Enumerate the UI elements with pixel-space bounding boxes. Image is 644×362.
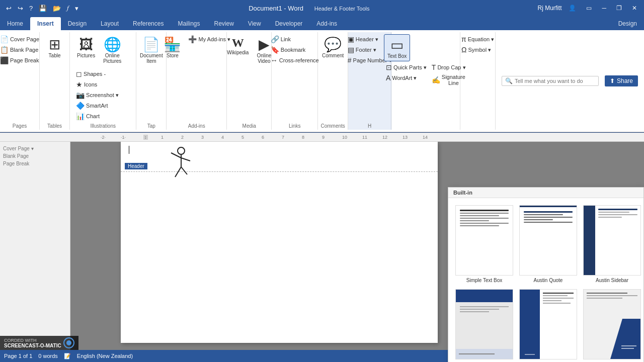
formula-button[interactable]: 𝑓 [65,3,71,13]
close-button[interactable]: ✕ [629,4,640,13]
account-icon[interactable]: 👤 [566,4,579,13]
wordart-button[interactable]: A WordArt ▾ [384,73,429,83]
page-info: Page 1 of 1 [4,353,32,359]
page-break-label: Page Break [3,161,29,166]
table-button[interactable]: ⊞ Table [46,34,64,60]
group-links-label: Links [289,123,300,130]
online-pictures-button[interactable]: 🌐 OnlinePictures [100,34,124,66]
redo-button[interactable]: ↪ [16,4,25,13]
pages-buttons: 📄 Cover Page 📋 Blank Page ⬛ Page Break [0,34,41,65]
icons-icon: ★ [76,80,83,88]
user-name: Rj Murfitt [537,5,561,12]
symbol-button[interactable]: Ω Symbol ▾ [459,45,496,55]
minimize-button[interactable]: ─ [599,4,609,13]
smartart-button[interactable]: 🔷 SmartArt [74,101,121,111]
chart-icon: 📊 [76,112,85,120]
ribbon: Home Insert Design Layout References Mai… [0,16,644,133]
group-illustrations-label: Illustrations [90,123,116,130]
tab-design[interactable]: Design [61,17,94,30]
share-button[interactable]: ⬆ Share [605,75,638,86]
drop-cap-icon: T [432,63,436,71]
group-pages-label: Pages [13,123,27,130]
app-title: Document1 - Word Header & Footer Tools [249,5,369,12]
store-button[interactable]: 🏪 Store [160,34,184,60]
icons-button[interactable]: ★ Icons [74,79,121,89]
equation-icon: π [461,35,466,43]
store-icon: 🏪 [164,36,181,53]
text-box-dropdown: Built-in Simple Text Box [448,187,644,362]
search-box[interactable]: 🔍 [502,76,599,86]
group-add-ins-label: Add-ins [188,123,205,130]
blank-page-button[interactable]: 📋 Blank Page [0,45,41,55]
tab-insert[interactable]: Insert [30,17,61,30]
restore-button[interactable]: ❐ [613,4,625,13]
header-label: Header [125,163,147,169]
tab-developer[interactable]: Developer [268,17,310,30]
word-count: 0 words [38,353,58,359]
title-bar: ↩ ↪ ? 💾 📂 𝑓 ▾ Document1 - Word Header & … [0,0,644,16]
save-button[interactable]: 💾 [37,4,49,13]
help-button[interactable]: ? [27,4,35,13]
watermark-content: CORDED WITH SCREENCAST-O-MATIC [4,337,74,348]
screencast-logo [63,337,74,348]
shapes-icon: ◻ [76,70,82,78]
banded-quote-option[interactable]: Banded Quote [452,286,516,362]
search-input[interactable] [515,78,595,84]
facet-quote-preview [583,289,641,359]
banded-sidebar-option[interactable]: Banded Sidebar [516,286,580,362]
tab-review[interactable]: Review [207,17,240,30]
comment-button[interactable]: 💬 Comment [319,34,347,60]
austin-quote-preview [519,205,577,276]
cross-reference-button[interactable]: ↔ Cross-reference [269,55,321,65]
simple-text-box-label: Simple Text Box [466,278,503,283]
austin-sidebar-preview [583,205,641,276]
chart-button[interactable]: 📊 Chart [74,111,121,121]
simple-text-box-option[interactable]: Simple Text Box [452,202,516,286]
pictures-button[interactable]: 🖼 Pictures [74,34,98,60]
table-icon: ⊞ [49,36,60,53]
tab-layout[interactable]: Layout [94,17,126,30]
text-box-button[interactable]: ▭ Text Box [384,34,410,61]
main-area: Cover Page ▾ Blank Page Page Break [0,142,644,362]
tab-references[interactable]: References [126,17,171,30]
screenshot-button[interactable]: 📷 Screenshot ▾ [74,90,121,100]
search-icon: 🔍 [505,77,513,84]
tab-home[interactable]: Home [0,17,30,30]
share-icon: ⬆ [610,77,615,84]
svg-line-3 [181,158,190,161]
cover-page-button[interactable]: 📄 Cover Page [0,34,41,44]
ribbon-toggle[interactable]: ▭ [583,4,595,13]
group-tables-label: Tables [47,123,62,130]
smartart-icon: 🔷 [76,102,85,110]
shapes-button[interactable]: ◻ Shapes - [74,69,121,79]
document-header[interactable]: Header [121,142,438,172]
ribbon-tabs: Home Insert Design Layout References Mai… [0,16,644,30]
austin-quote-option[interactable]: Austin Quote [516,202,580,286]
cross-reference-icon: ↔ [271,56,278,64]
wikipedia-icon: W [232,36,244,50]
banded-quote-preview [455,289,513,359]
group-media-label: Media [243,123,256,130]
austin-sidebar-option[interactable]: Austin Sidebar [580,202,644,286]
page-number-icon: # [348,56,352,64]
bookmark-button[interactable]: 🔖 Bookmark [269,45,321,55]
banded-sidebar-preview [519,289,577,359]
link-button[interactable]: 🔗 Link [269,34,321,44]
facet-quote-option[interactable]: Facet Quote [580,286,644,362]
tab-design-hf[interactable]: Design [611,17,644,30]
tab-add-ins[interactable]: Add-ins [309,17,344,30]
open-button[interactable]: 📂 [51,4,63,13]
text-box-icon: ▭ [390,37,404,53]
tab-mailings[interactable]: Mailings [171,17,207,30]
customize-button[interactable]: ▾ [73,4,80,13]
page-break-button[interactable]: ⬛ Page Break [0,55,41,65]
wikipedia-button[interactable]: W Wikipedia [224,34,252,57]
quick-parts-button[interactable]: ⊡ Quick Parts ▾ [384,62,429,72]
svg-line-4 [175,167,181,177]
tab-view[interactable]: View [241,17,268,30]
page-break-icon: ⬛ [0,56,9,64]
document-page: Header [121,142,438,343]
document-body[interactable] [121,172,438,303]
equation-button[interactable]: π Equation ▾ [459,34,496,44]
undo-button[interactable]: ↩ [4,4,14,13]
